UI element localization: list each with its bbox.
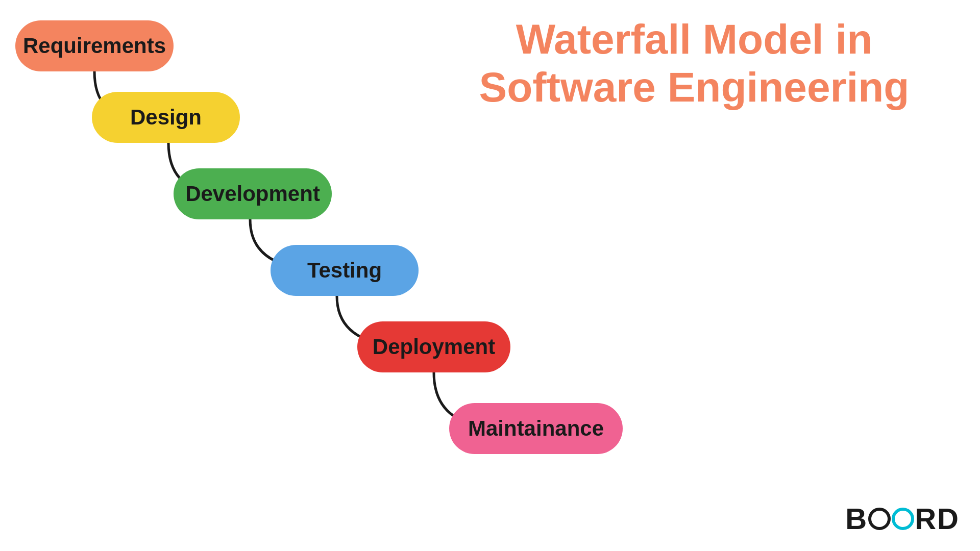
requirements-step: Requirements (15, 20, 174, 71)
logo-b: B (845, 502, 868, 536)
maintainance-step: Maintainance (449, 403, 623, 454)
development-step: Development (174, 168, 332, 219)
logo-rd: RD (915, 502, 960, 536)
logo-o1-icon (868, 508, 891, 530)
design-step: Design (92, 92, 240, 143)
waterfall-diagram: Requirements Design Development Testing … (0, 0, 561, 551)
deployment-step: Deployment (357, 321, 510, 372)
logo-o2-icon (892, 508, 914, 530)
testing-step: Testing (271, 245, 419, 296)
board-logo: B RD (845, 502, 960, 536)
